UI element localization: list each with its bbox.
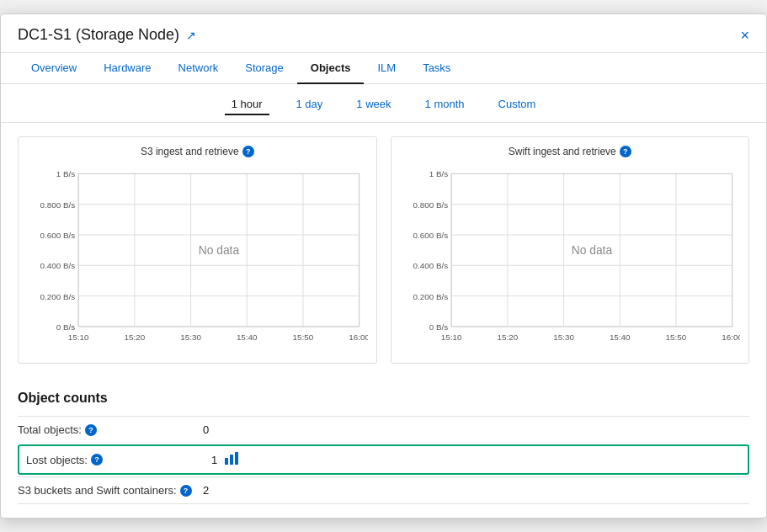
chart-svg-area-1: 1 B/s0.800 B/s0.600 B/s0.400 B/s0.200 B/… — [400, 164, 741, 358]
tab-bar: OverviewHardwareNetworkStorageObjectsILM… — [1, 53, 766, 84]
bar-chart-icon-1[interactable] — [224, 451, 241, 468]
svg-text:No data: No data — [199, 243, 240, 257]
chart-help-icon-1[interactable]: ? — [620, 146, 631, 157]
tab-tasks[interactable]: Tasks — [409, 53, 464, 84]
svg-text:15:10: 15:10 — [68, 332, 89, 342]
title-text: DC1-S1 (Storage Node) — [18, 26, 179, 44]
object-counts-section: Object counts Total objects:?0Lost objec… — [1, 377, 766, 518]
count-row-1: Lost objects:?1 — [18, 444, 749, 475]
chart-svg-0: 1 B/s0.800 B/s0.600 B/s0.400 B/s0.200 B/… — [27, 164, 368, 358]
tab-objects[interactable]: Objects — [297, 53, 365, 84]
external-link-icon[interactable]: ↗ — [186, 29, 196, 42]
chart-help-icon-0[interactable]: ? — [242, 146, 254, 157]
time-bar: 1 hour1 day1 week1 monthCustom — [1, 84, 766, 123]
svg-text:15:20: 15:20 — [497, 332, 518, 342]
time-btn-1-week[interactable]: 1 week — [349, 94, 397, 115]
svg-text:16:00: 16:00 — [722, 332, 740, 342]
tab-ilm[interactable]: ILM — [364, 53, 409, 84]
tab-network[interactable]: Network — [165, 53, 232, 84]
chart-svg-area-0: 1 B/s0.800 B/s0.600 B/s0.400 B/s0.200 B/… — [27, 164, 368, 358]
count-row-0: Total objects:?0 — [18, 416, 749, 443]
svg-text:15:10: 15:10 — [440, 332, 461, 342]
time-btn-1-hour[interactable]: 1 hour — [225, 94, 269, 115]
svg-text:No data: No data — [571, 243, 612, 257]
chart-container-0: S3 ingest and retrieve?1 B/s0.800 B/s0.6… — [18, 136, 377, 364]
count-help-icon-1[interactable]: ? — [91, 454, 103, 466]
svg-text:0.200 B/s: 0.200 B/s — [40, 292, 76, 301]
count-label-0: Total objects:? — [18, 423, 203, 436]
chart-svg-1: 1 B/s0.800 B/s0.600 B/s0.400 B/s0.200 B/… — [400, 164, 741, 358]
svg-text:0.400 B/s: 0.400 B/s — [40, 261, 76, 270]
count-help-icon-0[interactable]: ? — [85, 424, 97, 436]
svg-text:15:50: 15:50 — [293, 332, 314, 342]
count-value-1: 1 — [211, 454, 217, 466]
svg-text:0.400 B/s: 0.400 B/s — [413, 261, 448, 270]
modal-title: DC1-S1 (Storage Node) ↗ — [18, 26, 196, 44]
svg-text:0.600 B/s: 0.600 B/s — [413, 231, 448, 240]
svg-rect-52 — [225, 458, 228, 465]
tab-overview[interactable]: Overview — [18, 53, 90, 84]
modal-header: DC1-S1 (Storage Node) ↗ × — [1, 14, 766, 53]
svg-text:15:50: 15:50 — [665, 332, 686, 342]
count-label-1: Lost objects:? — [26, 454, 211, 466]
time-btn-1-month[interactable]: 1 month — [418, 94, 471, 115]
section-title: Object counts — [18, 391, 749, 406]
modal-container: DC1-S1 (Storage Node) ↗ × OverviewHardwa… — [0, 13, 767, 519]
count-value-2: 2 — [203, 484, 209, 497]
svg-text:15:30: 15:30 — [553, 332, 574, 342]
svg-text:15:40: 15:40 — [237, 332, 258, 342]
time-btn-custom[interactable]: Custom — [492, 94, 543, 115]
svg-text:0.600 B/s: 0.600 B/s — [40, 231, 76, 240]
count-label-2: S3 buckets and Swift containers:? — [18, 484, 203, 497]
counts-list: Total objects:?0Lost objects:?1S3 bucket… — [18, 416, 749, 504]
svg-text:0.800 B/s: 0.800 B/s — [40, 200, 76, 210]
time-btn-1-day[interactable]: 1 day — [290, 94, 330, 115]
svg-text:1 B/s: 1 B/s — [429, 169, 448, 178]
chart-container-1: Swift ingest and retrieve?1 B/s0.800 B/s… — [391, 136, 750, 364]
svg-text:0.200 B/s: 0.200 B/s — [413, 292, 448, 301]
svg-rect-54 — [235, 452, 238, 465]
chart-title-0: S3 ingest and retrieve? — [27, 146, 368, 157]
svg-text:1 B/s: 1 B/s — [56, 169, 76, 178]
svg-text:0.800 B/s: 0.800 B/s — [413, 200, 448, 210]
svg-text:15:40: 15:40 — [609, 332, 630, 342]
svg-text:15:20: 15:20 — [125, 332, 146, 342]
svg-text:0 B/s: 0 B/s — [56, 322, 76, 332]
svg-rect-53 — [230, 455, 233, 465]
close-button[interactable]: × — [740, 28, 749, 43]
svg-text:15:30: 15:30 — [180, 332, 201, 342]
tab-hardware[interactable]: Hardware — [90, 53, 164, 84]
svg-text:16:00: 16:00 — [349, 332, 367, 342]
tab-storage[interactable]: Storage — [232, 53, 297, 84]
count-help-icon-2[interactable]: ? — [180, 485, 192, 497]
charts-area: S3 ingest and retrieve?1 B/s0.800 B/s0.6… — [1, 123, 766, 377]
svg-text:0 B/s: 0 B/s — [429, 322, 448, 332]
count-value-0: 0 — [203, 423, 209, 436]
chart-title-1: Swift ingest and retrieve? — [400, 146, 741, 157]
count-row-2: S3 buckets and Swift containers:?2 — [18, 476, 749, 504]
